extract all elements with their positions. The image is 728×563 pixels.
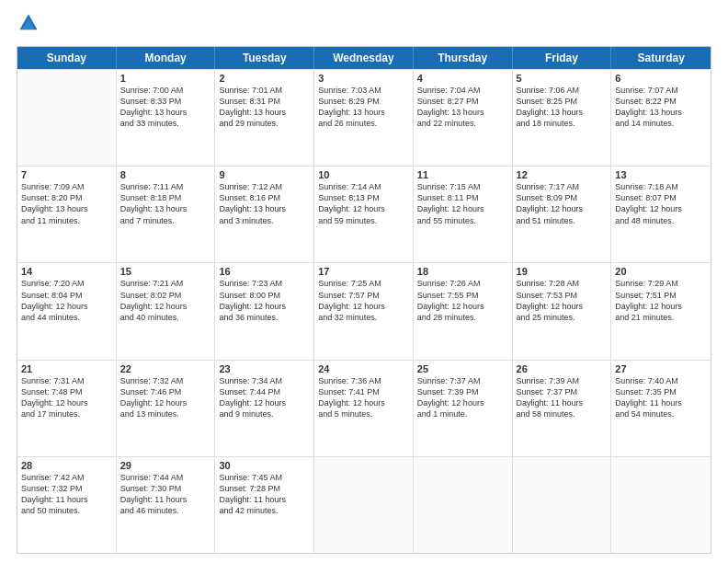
day-info-line: Daylight: 12 hours (120, 301, 211, 312)
day-info-line: Daylight: 11 hours (517, 397, 608, 408)
calendar-cell-5-7 (611, 457, 711, 553)
day-info-line: and 18 minutes. (517, 118, 608, 129)
day-info-line: Sunrise: 7:26 AM (417, 278, 508, 289)
day-number: 7 (21, 169, 112, 180)
day-info-line: Sunrise: 7:28 AM (517, 278, 608, 289)
day-info-line: Sunrise: 7:06 AM (517, 85, 608, 96)
day-info-line: Daylight: 12 hours (21, 397, 112, 408)
calendar-cell-1-2: 1Sunrise: 7:00 AMSunset: 8:33 PMDaylight… (117, 70, 216, 166)
calendar-cell-2-6: 12Sunrise: 7:17 AMSunset: 8:09 PMDayligh… (513, 167, 612, 262)
day-info-line: Sunrise: 7:44 AM (120, 472, 211, 483)
day-info-line: Sunrise: 7:39 AM (517, 375, 608, 386)
day-info-line: and 48 minutes. (615, 215, 707, 226)
day-info-line: and 36 minutes. (219, 312, 310, 323)
day-number: 5 (517, 73, 608, 84)
calendar-cell-1-3: 2Sunrise: 7:01 AMSunset: 8:31 PMDaylight… (215, 70, 314, 166)
day-info-line: Sunrise: 7:21 AM (120, 278, 211, 289)
day-info-line: and 7 minutes. (120, 215, 211, 226)
day-content: Sunrise: 7:15 AMSunset: 8:11 PMDaylight:… (417, 181, 508, 226)
day-content: Sunrise: 7:31 AMSunset: 7:48 PMDaylight:… (21, 375, 112, 420)
day-info-line: and 25 minutes. (517, 312, 608, 323)
day-info-line: Sunrise: 7:31 AM (21, 375, 112, 386)
day-content: Sunrise: 7:39 AMSunset: 7:37 PMDaylight:… (517, 375, 608, 420)
day-info-line: Daylight: 13 hours (517, 107, 608, 118)
calendar-week-2: 7Sunrise: 7:09 AMSunset: 8:20 PMDaylight… (17, 166, 711, 262)
day-content: Sunrise: 7:29 AMSunset: 7:51 PMDaylight:… (615, 278, 707, 323)
calendar-week-1: 1Sunrise: 7:00 AMSunset: 8:33 PMDaylight… (17, 69, 711, 166)
calendar-cell-2-5: 11Sunrise: 7:15 AMSunset: 8:11 PMDayligh… (414, 167, 513, 262)
day-info-line: Sunset: 7:55 PM (417, 290, 508, 301)
day-info-line: Sunset: 8:04 PM (21, 290, 112, 301)
day-info-line: Sunset: 7:28 PM (219, 483, 310, 494)
day-number: 22 (120, 363, 211, 374)
day-info-line: and 50 minutes. (21, 505, 112, 516)
day-info-line: Sunrise: 7:34 AM (219, 375, 310, 386)
day-number: 24 (318, 363, 409, 374)
day-info-line: Sunset: 8:16 PM (219, 192, 310, 203)
day-info-line: and 11 minutes. (21, 215, 112, 226)
day-content: Sunrise: 7:23 AMSunset: 8:00 PMDaylight:… (219, 278, 310, 323)
day-info-line: Sunset: 7:48 PM (21, 386, 112, 397)
weekday-header-saturday: Saturday (611, 47, 711, 69)
day-info-line: and 58 minutes. (517, 408, 608, 419)
day-info-line: Sunset: 8:20 PM (21, 192, 112, 203)
day-number: 8 (120, 169, 211, 180)
day-info-line: Sunset: 8:07 PM (615, 192, 707, 203)
day-info-line: Sunrise: 7:40 AM (615, 375, 707, 386)
day-content: Sunrise: 7:25 AMSunset: 7:57 PMDaylight:… (318, 278, 409, 323)
day-content: Sunrise: 7:06 AMSunset: 8:25 PMDaylight:… (517, 85, 608, 130)
day-info-line: Sunset: 8:13 PM (318, 192, 409, 203)
day-info-line: Daylight: 13 hours (120, 203, 211, 214)
day-number: 11 (417, 169, 508, 180)
day-number: 13 (615, 169, 707, 180)
day-content: Sunrise: 7:26 AMSunset: 7:55 PMDaylight:… (417, 278, 508, 323)
day-info-line: Sunrise: 7:42 AM (21, 472, 112, 483)
day-content: Sunrise: 7:17 AMSunset: 8:09 PMDaylight:… (517, 181, 608, 226)
day-info-line: Daylight: 12 hours (21, 301, 112, 312)
day-info-line: and 29 minutes. (219, 118, 310, 129)
day-info-line: and 13 minutes. (120, 408, 211, 419)
day-number: 19 (517, 266, 608, 277)
day-info-line: Sunrise: 7:17 AM (517, 181, 608, 192)
calendar-cell-3-4: 17Sunrise: 7:25 AMSunset: 7:57 PMDayligh… (314, 263, 414, 359)
day-info-line: and 3 minutes. (219, 215, 310, 226)
day-number: 10 (318, 169, 409, 180)
day-info-line: Daylight: 11 hours (615, 397, 707, 408)
day-info-line: Daylight: 12 hours (318, 397, 409, 408)
day-info-line: Daylight: 12 hours (417, 301, 508, 312)
day-content: Sunrise: 7:40 AMSunset: 7:35 PMDaylight:… (615, 375, 707, 420)
calendar-cell-4-3: 23Sunrise: 7:34 AMSunset: 7:44 PMDayligh… (215, 361, 314, 456)
weekday-header-monday: Monday (117, 47, 216, 69)
day-info-line: Daylight: 12 hours (517, 203, 608, 214)
day-info-line: Sunset: 7:57 PM (318, 290, 409, 301)
day-info-line: Daylight: 11 hours (21, 494, 112, 505)
calendar-body: 1Sunrise: 7:00 AMSunset: 8:33 PMDaylight… (17, 69, 711, 553)
day-info-line: and 59 minutes. (318, 215, 409, 226)
day-content: Sunrise: 7:04 AMSunset: 8:27 PMDaylight:… (417, 85, 508, 130)
day-info-line: Daylight: 12 hours (318, 301, 409, 312)
calendar-cell-3-6: 19Sunrise: 7:28 AMSunset: 7:53 PMDayligh… (513, 263, 612, 359)
day-number: 20 (615, 266, 707, 277)
day-number: 17 (318, 266, 409, 277)
day-info-line: Daylight: 13 hours (318, 107, 409, 118)
day-info-line: Sunset: 8:11 PM (417, 192, 508, 203)
day-info-line: Sunset: 8:25 PM (517, 96, 608, 107)
day-info-line: Sunrise: 7:00 AM (120, 85, 211, 96)
day-info-line: Sunset: 7:35 PM (615, 386, 707, 397)
calendar-week-5: 28Sunrise: 7:42 AMSunset: 7:32 PMDayligh… (17, 456, 711, 553)
calendar-cell-1-6: 5Sunrise: 7:06 AMSunset: 8:25 PMDaylight… (513, 70, 612, 166)
day-info-line: Sunrise: 7:23 AM (219, 278, 310, 289)
day-info-line: Sunrise: 7:09 AM (21, 181, 112, 192)
day-info-line: and 17 minutes. (21, 408, 112, 419)
calendar-week-3: 14Sunrise: 7:20 AMSunset: 8:04 PMDayligh… (17, 262, 711, 359)
day-info-line: Daylight: 12 hours (615, 203, 707, 214)
day-info-line: Sunset: 7:39 PM (417, 386, 508, 397)
day-info-line: Sunset: 8:18 PM (120, 192, 211, 203)
day-info-line: and 46 minutes. (120, 505, 211, 516)
calendar: SundayMondayTuesdayWednesdayThursdayFrid… (17, 46, 711, 554)
calendar-cell-5-3: 30Sunrise: 7:45 AMSunset: 7:28 PMDayligh… (215, 457, 314, 553)
calendar-cell-2-3: 9Sunrise: 7:12 AMSunset: 8:16 PMDaylight… (215, 167, 314, 262)
day-info-line: and 42 minutes. (219, 505, 310, 516)
calendar-cell-1-4: 3Sunrise: 7:03 AMSunset: 8:29 PMDaylight… (314, 70, 414, 166)
day-number: 4 (417, 73, 508, 84)
